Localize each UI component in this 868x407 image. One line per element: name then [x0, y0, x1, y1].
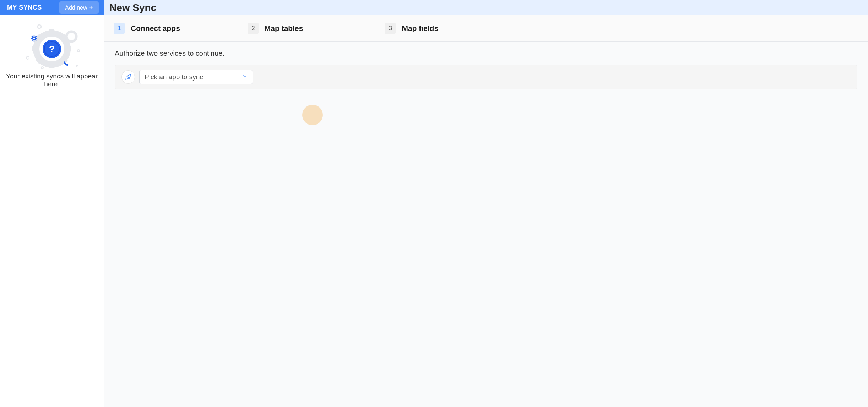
step-label-2: Map tables [265, 24, 303, 33]
add-new-label: Add new [65, 5, 87, 11]
step-map-fields[interactable]: 3 Map fields [385, 23, 438, 34]
svg-rect-16 [34, 35, 34, 37]
svg-point-25 [66, 32, 76, 42]
empty-state-text: Your existing syncs will appear here. [0, 72, 104, 88]
sidebar-title: MY SYNCS [7, 4, 42, 11]
plus-icon: + [89, 4, 93, 11]
svg-point-29 [41, 67, 43, 69]
sidebar-header: MY SYNCS Add new + [0, 0, 104, 15]
step-number-2: 2 [248, 23, 259, 34]
gears-illustration-icon: ? ? [16, 22, 87, 70]
header-bar: New Sync [104, 0, 868, 15]
rocket-icon [121, 70, 135, 84]
svg-rect-5 [49, 64, 54, 68]
step-connect-apps[interactable]: 1 Connect apps [114, 23, 180, 34]
svg-rect-7 [66, 46, 71, 51]
content-area: Authorize two services to continue. Pick… [104, 42, 868, 407]
svg-rect-18 [31, 38, 32, 39]
app-select-dropdown[interactable]: Pick an app to sync [139, 70, 253, 84]
add-new-sync-button[interactable]: Add new + [59, 1, 99, 14]
step-connector [310, 28, 378, 28]
svg-point-28 [26, 56, 29, 59]
app-select-placeholder: Pick an app to sync [145, 73, 203, 81]
step-label-3: Map fields [402, 24, 438, 33]
svg-rect-6 [32, 46, 37, 51]
step-label-1: Connect apps [131, 24, 180, 33]
step-number-3: 3 [385, 23, 396, 34]
step-map-tables[interactable]: 2 Map tables [248, 23, 303, 34]
highlight-indicator-icon [302, 105, 323, 125]
svg-rect-19 [36, 38, 37, 39]
page-title: New Sync [109, 2, 156, 13]
svg-point-30 [76, 65, 78, 67]
svg-rect-17 [34, 40, 34, 42]
svg-point-27 [77, 50, 80, 52]
sidebar: MY SYNCS Add new + ? [0, 0, 104, 407]
step-connector [187, 28, 240, 28]
instruction-text: Authorize two services to continue. [115, 49, 868, 57]
svg-text:?: ? [49, 44, 55, 54]
svg-point-24 [33, 38, 35, 39]
syncs-empty-state: ? ? [0, 15, 104, 88]
svg-rect-4 [49, 29, 54, 34]
svg-point-26 [38, 25, 41, 28]
step-number-1: 1 [114, 23, 125, 34]
app-picker-panel: Pick an app to sync [115, 65, 857, 89]
setup-stepper: 1 Connect apps 2 Map tables 3 Map fields [104, 15, 868, 42]
chevron-down-icon [242, 73, 248, 81]
main-content: New Sync 1 Connect apps 2 Map tables 3 M… [104, 0, 868, 407]
